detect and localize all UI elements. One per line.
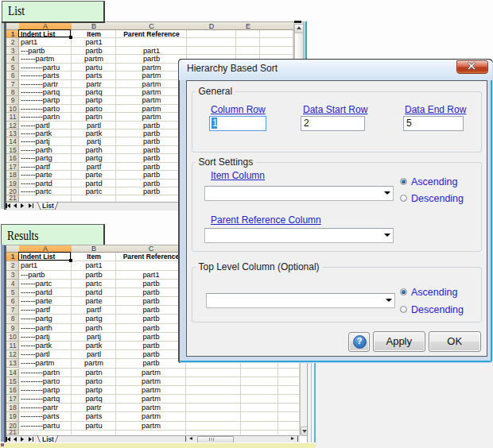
svg-text:List: List — [42, 202, 54, 210]
svg-text:List: List — [42, 435, 54, 443]
